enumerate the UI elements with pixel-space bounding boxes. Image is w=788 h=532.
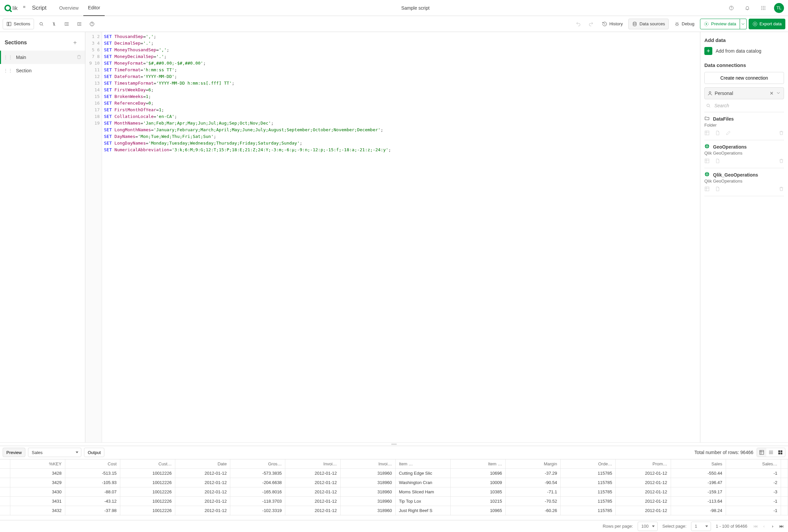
preview-data-caret[interactable] <box>740 19 747 29</box>
avatar[interactable]: TL <box>774 3 784 13</box>
table-cell: Just Right Beef S <box>395 506 450 515</box>
search-button[interactable] <box>36 19 47 29</box>
select-data-icon[interactable] <box>704 186 710 192</box>
delete-section-icon[interactable] <box>76 54 82 61</box>
drag-handle-icon[interactable]: ⋮⋮ <box>3 55 13 60</box>
drag-handle-icon[interactable]: ⋮⋮ <box>3 68 13 73</box>
rows-per-page-select[interactable]: 100 <box>638 522 658 531</box>
clear-space-icon[interactable]: ✕ <box>770 90 774 96</box>
select-data-icon[interactable] <box>704 158 710 165</box>
table-row[interactable]: 3429-105.93100122262012-01-12-204.663820… <box>0 478 788 487</box>
table-cell: 2012-01-12 <box>175 487 230 497</box>
history-button[interactable]: History <box>598 19 626 29</box>
code-editor[interactable]: 1 2 3 4 5 6 7 8 9 10 11 12 13 14 15 16 1… <box>85 32 700 443</box>
table-cell: 10385 <box>450 487 505 497</box>
data-connections-heading: Data connections <box>704 62 784 68</box>
column-header[interactable]: Cust… <box>120 459 175 469</box>
table-cell: 2012-01-12 <box>175 506 230 515</box>
add-from-catalog-button[interactable]: + Add from data catalog <box>704 47 784 55</box>
horizontal-splitter[interactable] <box>0 443 788 446</box>
column-header[interactable]: Prom… <box>616 459 671 469</box>
connection-title: DataFiles <box>713 116 734 122</box>
preview-data-button[interactable]: Preview data <box>700 19 740 29</box>
help-button[interactable] <box>726 3 737 13</box>
comment-toggle-button[interactable] <box>49 19 59 29</box>
insert-script-icon[interactable] <box>715 158 720 165</box>
table-cell: -90.54 <box>506 478 561 487</box>
insert-script-icon[interactable] <box>715 130 720 137</box>
table-cell: 2012-01-12 <box>175 478 230 487</box>
column-header[interactable]: Item … <box>450 459 505 469</box>
undo-button[interactable] <box>573 19 584 29</box>
column-header[interactable]: Cost <box>65 459 120 469</box>
first-page-button[interactable]: ⏮ <box>752 524 759 529</box>
column-header[interactable]: Item … <box>395 459 450 469</box>
connection-item[interactable]: DataFilesFolder <box>704 112 784 140</box>
table-selector[interactable]: Sales <box>28 448 81 457</box>
connection-item[interactable]: Qlik_GeoOperationsQlik GeoOperations <box>704 168 784 196</box>
indent-button[interactable] <box>61 19 72 29</box>
column-header[interactable]: Invoi… <box>340 459 395 469</box>
tab-overview[interactable]: Overview <box>54 0 83 16</box>
insert-script-icon[interactable] <box>715 186 720 192</box>
delete-connection-icon[interactable] <box>779 158 784 165</box>
data-sources-button[interactable]: Data sources <box>628 19 669 29</box>
column-header[interactable]: Orde… <box>561 459 616 469</box>
space-selector[interactable]: Personal ✕ <box>704 87 784 99</box>
column-header[interactable]: Invoi… <box>285 459 340 469</box>
output-tab[interactable]: Output <box>84 448 104 457</box>
export-data-label: Export data <box>760 21 782 26</box>
section-item[interactable]: ⋮⋮Section <box>0 64 85 77</box>
column-header[interactable]: Sales… <box>726 459 781 469</box>
chevron-down-icon[interactable] <box>776 90 781 97</box>
table-cell: 2012-01-12 <box>616 497 671 506</box>
redo-button[interactable] <box>586 19 596 29</box>
help-toolbar-button[interactable] <box>87 19 97 29</box>
view-table-button[interactable] <box>757 448 766 457</box>
code-area[interactable]: SET ThousandSep=','; SET DecimalSep='.';… <box>102 32 700 443</box>
delete-connection-icon[interactable] <box>779 186 784 192</box>
view-list-button[interactable] <box>766 448 776 457</box>
export-data-button[interactable]: Export data <box>749 19 786 29</box>
sections-toggle-button[interactable]: Sections <box>3 19 34 29</box>
prev-page-button[interactable]: ‹ <box>761 524 767 529</box>
tab-editor[interactable]: Editor <box>83 0 105 16</box>
table-row[interactable]: 3432-37.98100122262012-01-12-102.3319201… <box>0 506 788 515</box>
app-launcher-button[interactable] <box>758 3 769 13</box>
outdent-button[interactable] <box>74 19 85 29</box>
table-cell: -573.3835 <box>230 469 285 478</box>
next-page-button[interactable]: › <box>769 524 776 529</box>
svg-point-16 <box>763 9 764 10</box>
connection-search-input[interactable] <box>714 103 783 108</box>
table-row[interactable]: 3428-513.15100122262012-01-12-573.383520… <box>0 469 788 478</box>
table-cell: 2012-01-12 <box>616 487 671 497</box>
connection-item[interactable]: GeoOperationsQlik GeoOperations <box>704 140 784 168</box>
table-cell: 3428 <box>10 469 65 478</box>
column-header[interactable]: Margin <box>506 459 561 469</box>
create-connection-button[interactable]: Create new connection <box>704 72 784 84</box>
preview-tab[interactable]: Preview <box>3 448 25 457</box>
table-row[interactable]: 3431-43.12100122262012-01-12-118.3703201… <box>0 497 788 506</box>
table-row[interactable]: 3430-88.07100122262012-01-12-165.8016201… <box>0 487 788 497</box>
view-grid-button[interactable] <box>776 448 785 457</box>
data-table-wrap[interactable]: %KEYCostCust…DateGros…Invoi…Invoi…Item …… <box>0 459 788 516</box>
debug-button[interactable]: Debug <box>671 19 698 29</box>
notifications-button[interactable] <box>742 3 753 13</box>
sections-list: ⋮⋮Main⋮⋮Section <box>0 50 85 77</box>
select-data-icon[interactable] <box>704 130 710 137</box>
add-section-button[interactable] <box>70 37 80 48</box>
horizontal-scrollbar[interactable] <box>0 515 788 520</box>
table-cell: 2012-01-12 <box>175 469 230 478</box>
table-cell: 10012226 <box>120 469 175 478</box>
page-select[interactable]: 1 <box>691 522 711 531</box>
column-header[interactable]: Gros… <box>230 459 285 469</box>
delete-connection-icon[interactable] <box>779 130 784 137</box>
column-header[interactable]: Date <box>175 459 230 469</box>
select-page-label: Select page: <box>662 524 686 529</box>
edit-connection-icon[interactable] <box>726 130 731 137</box>
brand-logo[interactable]: lik <box>4 4 25 12</box>
section-item[interactable]: ⋮⋮Main <box>0 50 85 64</box>
column-header[interactable]: Sales <box>671 459 726 469</box>
column-header[interactable]: %KEY <box>10 459 65 469</box>
last-page-button[interactable]: ⏭ <box>778 524 785 529</box>
